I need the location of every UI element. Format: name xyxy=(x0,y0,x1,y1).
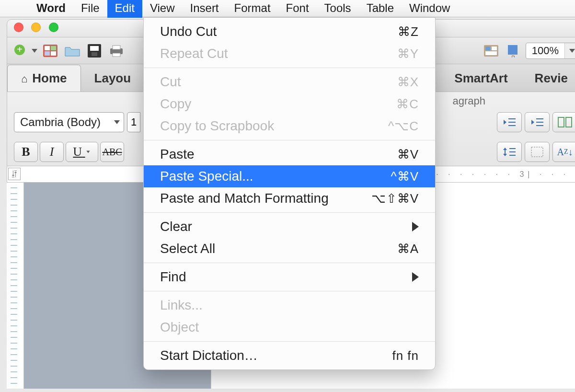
menu-scrap-label: Copy to Scrapbook xyxy=(160,118,274,134)
menu-file[interactable]: File xyxy=(73,0,107,18)
svg-text:+: + xyxy=(17,44,23,55)
menu-separator xyxy=(144,68,435,68)
font-name-dropdown[interactable]: Cambria (Body) xyxy=(14,112,124,132)
templates-button[interactable] xyxy=(41,42,60,60)
menu-repeat: Repeat Cut ⌘Y xyxy=(144,43,435,65)
bold-button[interactable]: B xyxy=(14,142,38,162)
menu-insert[interactable]: Insert xyxy=(183,0,227,18)
open-button[interactable] xyxy=(63,42,82,60)
tab-home-label: Home xyxy=(32,71,67,85)
chevron-down-icon xyxy=(86,151,90,153)
menu-tools[interactable]: Tools xyxy=(317,0,359,18)
sort-button[interactable]: AZ↓ xyxy=(552,142,575,162)
menu-object: Object xyxy=(144,316,435,338)
svg-rect-11 xyxy=(113,46,120,49)
menu-find-label: Find xyxy=(160,269,186,285)
font-size-field[interactable]: 1 xyxy=(127,112,140,132)
menu-copy-label: Copy xyxy=(160,96,191,112)
menu-window[interactable]: Window xyxy=(402,0,458,18)
menu-paste-special[interactable]: Paste Special... ^⌘V xyxy=(144,165,435,187)
svg-text:♫: ♫ xyxy=(510,53,516,58)
gallery-button[interactable] xyxy=(482,42,501,60)
menu-undo-shortcut: ⌘Z xyxy=(398,24,419,39)
menu-view[interactable]: View xyxy=(142,0,183,18)
svg-rect-3 xyxy=(45,46,50,50)
menu-repeat-shortcut: ⌘Y xyxy=(397,46,419,61)
svg-rect-30 xyxy=(531,147,543,157)
menu-clear-label: Clear xyxy=(160,219,192,234)
menu-table[interactable]: Table xyxy=(359,0,402,18)
menu-dictation-label: Start Dictation… xyxy=(160,348,258,363)
menu-cut-label: Cut xyxy=(160,74,181,90)
svg-rect-8 xyxy=(90,46,99,51)
svg-rect-5 xyxy=(45,51,50,56)
menu-dictation-shortcut: fn fn xyxy=(392,348,419,363)
save-button[interactable] xyxy=(85,42,104,60)
zoom-dropdown[interactable] xyxy=(564,43,575,58)
svg-rect-9 xyxy=(92,52,97,56)
svg-rect-26 xyxy=(566,117,572,127)
tab-selector-icon[interactable]: ⭿ xyxy=(8,168,21,180)
menu-clear[interactable]: Clear xyxy=(144,216,435,238)
minimize-button[interactable] xyxy=(31,23,41,32)
close-button[interactable] xyxy=(14,23,23,32)
menu-separator xyxy=(144,140,435,140)
tab-home[interactable]: ⌂Home xyxy=(7,65,81,92)
borders-button[interactable] xyxy=(525,142,550,162)
columns-button[interactable] xyxy=(552,112,575,132)
menu-paste-match[interactable]: Paste and Match Formatting ⌥⇧⌘V xyxy=(144,187,435,209)
menu-edit[interactable]: Edit xyxy=(107,0,142,18)
new-doc-dropdown[interactable] xyxy=(31,47,38,54)
zoom-value: 100% xyxy=(526,45,564,57)
menu-undo[interactable]: Undo Cut ⌘Z xyxy=(144,21,435,43)
font-name-value: Cambria (Body) xyxy=(20,115,101,129)
menu-copy: Copy ⌘C xyxy=(144,93,435,115)
menu-format[interactable]: Format xyxy=(227,0,278,18)
svg-rect-16 xyxy=(485,51,497,55)
tab-layout[interactable]: Layou xyxy=(81,65,145,92)
edit-menu-dropdown: Undo Cut ⌘Z Repeat Cut ⌘Y Cut ⌘X Copy ⌘C… xyxy=(143,17,436,370)
menu-paste-label: Paste xyxy=(160,147,195,162)
menu-links: Links... xyxy=(144,294,435,316)
menu-cut: Cut ⌘X xyxy=(144,71,435,93)
menu-select-all[interactable]: Select All ⌘A xyxy=(144,238,435,260)
menu-pastespec-shortcut: ^⌘V xyxy=(391,169,419,184)
svg-rect-14 xyxy=(485,46,490,50)
menu-dictation[interactable]: Start Dictation… fn fn xyxy=(144,345,435,367)
menu-paste-shortcut: ⌘V xyxy=(397,147,419,162)
vertical-ruler[interactable] xyxy=(7,183,24,389)
chevron-down-icon xyxy=(114,120,120,124)
underline-button[interactable]: U xyxy=(66,142,98,162)
svg-rect-12 xyxy=(113,53,120,57)
menu-object-label: Object xyxy=(160,320,199,335)
menu-copy-scrapbook: Copy to Scrapbook ^⌥C xyxy=(144,115,435,137)
strike-label: ABC xyxy=(102,147,122,158)
menu-selectall-label: Select All xyxy=(160,241,215,256)
menu-undo-label: Undo Cut xyxy=(160,24,217,39)
print-button[interactable] xyxy=(107,42,126,60)
zoom-control[interactable]: 100% xyxy=(526,43,575,59)
menu-links-label: Links... xyxy=(160,298,203,313)
tab-review[interactable]: Revie xyxy=(521,65,575,92)
svg-rect-4 xyxy=(51,46,56,50)
line-spacing-button[interactable] xyxy=(497,142,522,162)
strikethrough-button[interactable]: ABC xyxy=(100,142,124,162)
italic-button[interactable]: I xyxy=(40,142,64,162)
menu-copy-shortcut: ⌘C xyxy=(396,97,419,112)
paragraph-section-label: agraph xyxy=(452,95,485,107)
zoom-button[interactable] xyxy=(49,23,58,32)
menu-paste[interactable]: Paste ⌘V xyxy=(144,143,435,165)
underline-label: U xyxy=(73,145,82,159)
menu-font[interactable]: Font xyxy=(278,0,317,18)
svg-rect-15 xyxy=(492,46,497,50)
tab-smartart[interactable]: SmartArt xyxy=(441,65,521,92)
menu-app[interactable]: Word xyxy=(29,0,73,18)
menu-pastematch-shortcut: ⌥⇧⌘V xyxy=(371,191,419,206)
decrease-indent-button[interactable] xyxy=(497,112,522,132)
mac-menubar: Word File Edit View Insert Format Font T… xyxy=(0,0,575,17)
menu-cut-shortcut: ⌘X xyxy=(397,75,419,90)
media-button[interactable]: ♫ xyxy=(504,42,523,60)
increase-indent-button[interactable] xyxy=(525,112,550,132)
menu-find[interactable]: Find xyxy=(144,266,435,288)
new-doc-button[interactable]: + xyxy=(11,42,30,60)
